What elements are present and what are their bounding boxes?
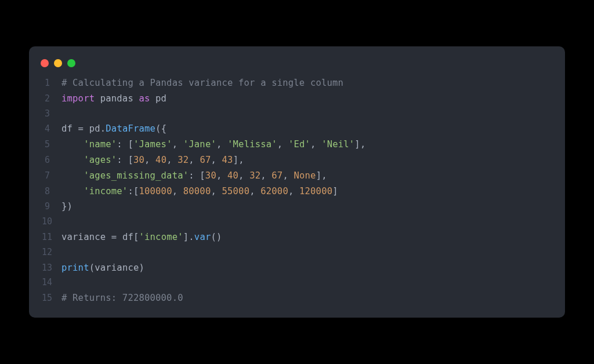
code-content: df = pd.DataFrame({	[61, 121, 166, 137]
line-number: 4	[42, 122, 61, 137]
code-line: 15# Returns: 722800000.0	[42, 290, 552, 306]
code-token: 67	[200, 155, 211, 165]
line-number: 14	[42, 275, 61, 290]
code-token: 40	[227, 170, 238, 181]
code-token: as	[139, 93, 150, 104]
code-token	[61, 186, 84, 196]
code-content: 'ages': [30, 40, 32, 67, 43],	[61, 152, 244, 168]
code-token: ,	[211, 186, 222, 196]
code-token: DataFrame	[106, 123, 155, 134]
code-token: 'income'	[139, 232, 183, 242]
code-token: )	[139, 263, 144, 273]
line-number: 15	[42, 291, 61, 306]
code-line: 2import pandas as pd	[42, 91, 552, 107]
line-number: 2	[42, 92, 61, 107]
code-token: pd	[150, 93, 167, 104]
code-token: ,	[249, 186, 260, 196]
code-token: 'James'	[133, 139, 172, 150]
code-token: # Calculating a Pandas variance for a si…	[61, 78, 343, 88]
code-token: ],	[354, 139, 365, 150]
code-token	[61, 155, 84, 165]
code-token: None	[294, 170, 316, 181]
code-token: ,	[238, 170, 249, 181]
code-content: # Returns: 722800000.0	[61, 290, 183, 306]
code-window: 1# Calculating a Pandas variance for a s…	[29, 46, 565, 318]
code-content: })	[61, 199, 73, 214]
line-number: 5	[42, 137, 61, 152]
line-number: 7	[42, 169, 61, 184]
code-token: ,	[216, 170, 227, 181]
code-token: 67	[271, 170, 282, 181]
line-number: 13	[42, 261, 61, 276]
code-area: 1# Calculating a Pandas variance for a s…	[29, 75, 565, 306]
code-content: print(variance)	[61, 260, 144, 276]
code-token: ,	[172, 186, 183, 196]
code-token: ,	[172, 139, 183, 150]
code-token: 80000	[183, 186, 211, 196]
line-number: 3	[42, 107, 61, 122]
code-token: variance	[95, 263, 139, 273]
code-token	[61, 139, 84, 150]
code-token: df	[61, 123, 78, 134]
code-token: ()	[211, 232, 222, 242]
code-token: 'ages'	[84, 155, 117, 165]
code-line: 11variance = df['income'].var()	[42, 230, 552, 245]
code-token	[61, 170, 84, 181]
code-token: ].	[183, 232, 194, 242]
code-content: 'ages_missing_data': [30, 40, 32, 67, No…	[61, 168, 327, 184]
code-token: })	[61, 201, 73, 212]
code-token: import	[61, 93, 95, 104]
code-token: 43	[222, 155, 233, 165]
code-token: ]	[332, 186, 338, 196]
code-line: 5 'name': ['James', 'Jane', 'Melissa', '…	[42, 137, 552, 152]
code-token: 'income'	[84, 186, 128, 196]
code-token: 32	[178, 155, 189, 165]
line-number: 9	[42, 199, 61, 214]
code-token: 30	[133, 155, 144, 165]
close-icon[interactable]	[41, 59, 49, 67]
code-token: =	[78, 123, 89, 134]
code-token: ,	[277, 139, 288, 150]
code-token: ,	[144, 155, 155, 165]
code-token: : [	[189, 170, 205, 181]
code-token: ,	[260, 170, 271, 181]
line-number: 6	[42, 153, 61, 168]
code-line: 4df = pd.DataFrame({	[42, 121, 552, 137]
code-token: 120000	[299, 186, 332, 196]
code-token: ,	[166, 155, 178, 165]
code-line: 9})	[42, 199, 552, 214]
code-content: 'income':[100000, 80000, 55000, 62000, 1…	[61, 184, 338, 199]
code-token: ,	[189, 155, 200, 165]
code-token: ,	[211, 155, 222, 165]
code-content: # Calculating a Pandas variance for a si…	[61, 75, 343, 91]
maximize-icon[interactable]	[67, 59, 75, 67]
code-token: 'Melissa'	[227, 139, 277, 150]
code-token: 40	[155, 155, 166, 165]
code-token: 100000	[139, 186, 172, 196]
code-token: 'name'	[84, 139, 117, 150]
code-content: import pandas as pd	[61, 91, 166, 107]
code-token: : [	[117, 139, 133, 150]
code-token: pandas	[95, 93, 139, 104]
line-number: 12	[42, 245, 61, 260]
line-number: 8	[42, 184, 61, 199]
code-token: # Returns: 722800000.0	[61, 293, 183, 303]
code-token: 30	[205, 170, 216, 181]
code-token: ,	[288, 186, 299, 196]
code-token: variance	[61, 232, 111, 242]
code-token: ,	[310, 139, 321, 150]
minimize-icon[interactable]	[54, 59, 62, 67]
code-token: 'ages_missing_data'	[84, 170, 189, 181]
code-token: ,	[282, 170, 294, 181]
code-token: (	[89, 263, 95, 273]
code-line: 1# Calculating a Pandas variance for a s…	[42, 75, 552, 91]
code-line: 6 'ages': [30, 40, 32, 67, 43],	[42, 152, 552, 168]
window-titlebar	[29, 57, 565, 75]
code-token: : [	[117, 155, 133, 165]
line-number: 10	[42, 214, 61, 230]
code-token: 62000	[260, 186, 288, 196]
code-line: 13print(variance)	[42, 260, 552, 276]
code-token: pd	[89, 123, 100, 134]
code-token: 'Ed'	[288, 139, 310, 150]
code-token: :[	[128, 186, 139, 196]
